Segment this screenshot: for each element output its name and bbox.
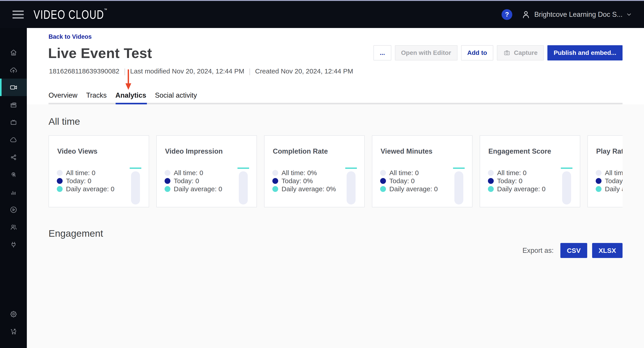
export-row: Export as: CSV XLSX bbox=[522, 243, 622, 258]
capture-button[interactable]: Capture bbox=[497, 45, 544, 61]
legend-label: All time: 0 bbox=[605, 169, 622, 177]
legend-label: Daily average: 0 bbox=[174, 185, 222, 193]
annotation-arrow bbox=[128, 69, 129, 83]
sidebar-item-cloud[interactable] bbox=[0, 131, 27, 148]
sidebar-item-marketplace[interactable] bbox=[0, 323, 27, 340]
export-csv-button[interactable]: CSV bbox=[560, 243, 587, 258]
legend-dot-all-time bbox=[57, 170, 62, 176]
sidebar-item-live[interactable] bbox=[0, 113, 27, 131]
analytics-section: All time Video Views All time: 0 Today: … bbox=[27, 104, 644, 348]
tab-overview[interactable]: Overview bbox=[48, 91, 77, 99]
legend-row: Daily average: 0 bbox=[380, 185, 438, 193]
legend-dot-daily-average bbox=[488, 186, 494, 192]
metric-card-title: Completion Rate bbox=[273, 147, 328, 155]
tab-scroll-track bbox=[48, 103, 622, 104]
legend-dot-today bbox=[488, 178, 494, 184]
hamburger-menu-icon[interactable] bbox=[12, 11, 24, 19]
all-time-heading: All time bbox=[48, 116, 80, 127]
sidebar-item-players[interactable] bbox=[0, 201, 27, 218]
metric-card-title: Video Impression bbox=[165, 147, 223, 155]
page-title: Live Event Test bbox=[48, 45, 152, 61]
active-tab-indicator bbox=[116, 103, 147, 104]
mini-chart-bar bbox=[131, 171, 140, 205]
tab-bar: Overview Tracks Analytics Social activit… bbox=[48, 91, 197, 99]
legend-row: Today: 0 bbox=[380, 177, 438, 185]
users-icon bbox=[10, 223, 18, 231]
sidebar-item-productions[interactable] bbox=[0, 96, 27, 113]
export-xlsx-button[interactable]: XLSX bbox=[592, 243, 622, 258]
legend-row: Daily average: 0% bbox=[272, 185, 336, 193]
metric-card: Video Views All time: 0 Today: 0 Daily a… bbox=[48, 135, 149, 207]
legend-row: Daily average: 0 bbox=[488, 185, 546, 193]
legend-dot-today bbox=[272, 178, 278, 184]
legend-label: All time: 0 bbox=[497, 169, 526, 177]
share-network-icon bbox=[10, 153, 18, 161]
clapperboard-icon bbox=[10, 101, 18, 109]
video-meta: 1816268118639390082 | Last modified Nov … bbox=[49, 67, 353, 75]
legend-row: All time: 0 bbox=[380, 169, 438, 177]
legend-dot-all-time bbox=[164, 170, 170, 176]
legend-label: Today: 0 bbox=[605, 177, 622, 185]
metric-card: Video Impression All time: 0 Today: 0 Da… bbox=[156, 135, 257, 207]
sidebar-item-analytics[interactable] bbox=[0, 184, 27, 201]
sidebar-item-home[interactable] bbox=[0, 44, 27, 61]
legend-label: Daily average: 0 bbox=[66, 185, 114, 193]
meta-separator: | bbox=[249, 67, 250, 75]
legend-dot-daily-average bbox=[272, 186, 278, 192]
metric-card-title: Video Views bbox=[57, 147, 98, 155]
legend-row: Today: 0 bbox=[488, 177, 546, 185]
metric-legend: All time: 0 Today: 0 Daily average: 0 bbox=[164, 169, 222, 193]
legend-row: Today: 0 bbox=[57, 177, 114, 185]
legend-dot-today bbox=[164, 178, 170, 184]
legend-label: Today: 0 bbox=[389, 177, 414, 185]
tab-social-activity[interactable]: Social activity bbox=[155, 91, 197, 99]
legend-label: Today: 0% bbox=[282, 177, 313, 185]
cloud-icon bbox=[10, 136, 18, 144]
help-button[interactable]: ? bbox=[502, 9, 512, 20]
sidebar-item-audience[interactable] bbox=[0, 218, 27, 236]
legend-row: Daily average: 0 bbox=[164, 185, 222, 193]
legend-label: All time: 0% bbox=[282, 169, 317, 177]
mini-chart-average-marker bbox=[561, 167, 572, 169]
more-actions-button[interactable]: ... bbox=[374, 45, 391, 61]
play-circle-icon bbox=[10, 206, 18, 214]
chevron-down-icon[interactable] bbox=[625, 11, 633, 18]
plug-icon bbox=[10, 241, 18, 249]
add-to-button[interactable]: Add to bbox=[461, 45, 494, 61]
legend-label: Today: 0 bbox=[66, 177, 91, 185]
legend-dot-all-time bbox=[488, 170, 494, 176]
metric-card: Viewed Minutes All time: 0 Today: 0 Dail… bbox=[372, 135, 472, 207]
sidebar-item-settings[interactable] bbox=[0, 305, 27, 323]
open-with-editor-button[interactable]: Open with Editor bbox=[395, 45, 458, 61]
action-buttons: ... Open with Editor Add to Capture Publ… bbox=[374, 45, 622, 61]
home-icon bbox=[10, 48, 18, 57]
engagement-heading: Engagement bbox=[48, 228, 103, 239]
metric-legend: All time: 0 Today: 0 Daily average: 0 bbox=[380, 169, 438, 193]
sidebar-item-media[interactable] bbox=[0, 79, 27, 96]
mini-chart-bar bbox=[346, 171, 356, 205]
back-to-videos-link[interactable]: Back to Videos bbox=[48, 33, 92, 40]
mini-chart-average-marker bbox=[453, 167, 465, 169]
account-menu[interactable]: Brightcove Learning Doc S... bbox=[521, 10, 633, 20]
legend-label: Today: 0 bbox=[497, 177, 522, 185]
sidebar-item-upload[interactable] bbox=[0, 61, 27, 79]
video-cloud-logo: VIDEO CLOUD™ bbox=[34, 7, 107, 22]
sidebar-item-interactivity[interactable] bbox=[0, 166, 27, 184]
camera-icon bbox=[503, 49, 511, 57]
meta-separator: | bbox=[124, 67, 126, 75]
sidebar-item-syndication[interactable] bbox=[0, 148, 27, 166]
metric-card: Completion Rate All time: 0% Today: 0% D… bbox=[264, 135, 365, 207]
metric-mini-chart bbox=[561, 167, 572, 205]
video-id: 1816268118639390082 bbox=[49, 67, 120, 75]
tab-tracks[interactable]: Tracks bbox=[86, 91, 107, 99]
tab-analytics[interactable]: Analytics bbox=[116, 91, 146, 99]
gear-icon bbox=[10, 310, 18, 318]
mini-chart-bar bbox=[562, 171, 571, 205]
legend-row: Daily average: 0 bbox=[596, 185, 622, 193]
publish-and-embed-button[interactable]: Publish and embed... bbox=[548, 45, 622, 61]
sidebar-item-integrations[interactable] bbox=[0, 236, 27, 253]
metric-legend: All time: 0% Today: 0% Daily average: 0% bbox=[272, 169, 336, 193]
export-as-label: Export as: bbox=[522, 247, 554, 255]
metric-legend: All time: 0 Today: 0 Daily average: 0 bbox=[596, 169, 622, 193]
cart-icon bbox=[10, 327, 18, 336]
